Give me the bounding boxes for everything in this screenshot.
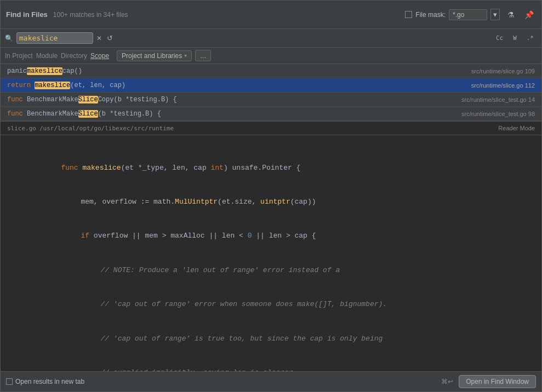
result-row[interactable]: panicmakeslicecap() src/runtime/slice.go… <box>1 64 541 78</box>
code-line: // supplied implicitly, saying len is cl… <box>1 356 541 371</box>
regex-button[interactable]: .* <box>523 33 537 43</box>
result-row[interactable]: return makeslice(et, len, cap) src/runti… <box>1 78 541 93</box>
search-query: makeslice <box>19 34 58 42</box>
code-line: func makeslice(et *_type, len, cap int) … <box>1 151 541 185</box>
file-mask-input[interactable] <box>449 9 487 20</box>
scope-extra-button[interactable]: ... <box>195 50 211 61</box>
code-line: // 'cap out of range' error when someone… <box>1 287 541 321</box>
search-bar: 🔍 makeslice ✕ ↺ Cc W .* <box>1 29 541 48</box>
file-mask-label: File mask: <box>415 11 446 19</box>
reader-mode-button[interactable]: Reader Mode <box>498 125 535 131</box>
bottom-bar: Open results in new tab ⌘↩ Open in Find … <box>1 371 541 391</box>
code-line: // NOTE: Produce a 'len out of range' er… <box>1 253 541 287</box>
filter-icon[interactable]: ⚗ <box>505 9 517 20</box>
find-in-files-title: Find in Files <box>6 10 48 19</box>
code-line: if overflow || mem > maxAlloc || len < 0… <box>1 220 541 253</box>
result-row[interactable]: func BenchmarkMakeSlice(b *testing.B) { … <box>1 107 541 121</box>
open-find-window-button[interactable]: Open in Find Window <box>459 375 536 388</box>
scope-dropdown-arrow: ▾ <box>184 53 187 59</box>
result-file: src/runtime/slice_test.go 98 <box>461 111 535 117</box>
find-in-files-window: Find in Files 100+ matches in 34+ files … <box>0 0 542 392</box>
whole-word-button[interactable]: W <box>510 33 520 43</box>
top-bar: Find in Files 100+ matches in 34+ files … <box>1 1 541 29</box>
file-mask-area: File mask: ▾ <box>405 9 500 20</box>
search-clear-button[interactable]: ✕ <box>95 34 103 42</box>
code-line: mem, overflow := math.MulUintptr(et.size… <box>1 185 541 219</box>
code-preview[interactable]: func makeslice(et *_type, len, cap int) … <box>1 135 541 371</box>
result-file: src/runtime/slice_test.go 14 <box>461 96 535 103</box>
directory-link[interactable]: Directory <box>61 52 87 60</box>
code-line: // 'cap out of range' is true too, but s… <box>1 322 541 356</box>
result-row[interactable]: func BenchmarkMakeSliceCopy(b *testing.B… <box>1 93 541 107</box>
case-sensitive-button[interactable]: Cc <box>493 33 506 43</box>
new-tab-checkbox[interactable] <box>6 378 13 385</box>
result-file: src/runtime/slice.go 109 <box>471 68 535 74</box>
new-tab-check: Open results in new tab <box>6 378 84 385</box>
result-code: panicmakeslicecap() <box>7 67 466 75</box>
file-path-bar: slice.go /usr/local/opt/go/libexec/src/r… <box>1 121 541 135</box>
file-mask-dropdown[interactable]: ▾ <box>490 9 500 20</box>
results-area: panicmakeslicecap() src/runtime/slice.go… <box>1 64 541 121</box>
file-path: /usr/local/opt/go/libexec/src/runtime <box>39 125 174 132</box>
matches-label: 100+ matches in 34+ files <box>53 11 128 19</box>
code-line <box>1 140 541 151</box>
module-link[interactable]: Module <box>36 52 58 60</box>
scope-dropdown[interactable]: Project and Libraries ▾ <box>117 50 192 61</box>
search-options: Cc W .* <box>493 33 537 43</box>
shortcut-text: ⌘↩ <box>441 378 453 385</box>
result-code: func BenchmarkMakeSlice(b *testing.B) { <box>7 110 456 118</box>
result-code: return makeslice(et, len, cap) <box>7 82 466 89</box>
scope-dropdown-text: Project and Libraries <box>122 52 182 60</box>
search-prev-button[interactable]: ↺ <box>105 34 115 42</box>
new-tab-label: Open results in new tab <box>15 378 84 385</box>
filename: slice.go <box>7 125 36 132</box>
in-project-link[interactable]: In Project <box>5 52 33 60</box>
search-icon: 🔍 <box>5 34 13 42</box>
result-file: src/runtime/slice.go 112 <box>471 82 535 89</box>
search-input-wrapper: makeslice <box>16 32 93 44</box>
pin-icon[interactable]: 📌 <box>522 9 536 20</box>
file-mask-checkbox[interactable] <box>405 11 412 18</box>
result-code: func BenchmarkMakeSliceCopy(b *testing.B… <box>7 96 456 103</box>
scope-link[interactable]: Scope <box>90 52 109 60</box>
scope-bar: In Project Module Directory Scope Projec… <box>1 48 541 64</box>
